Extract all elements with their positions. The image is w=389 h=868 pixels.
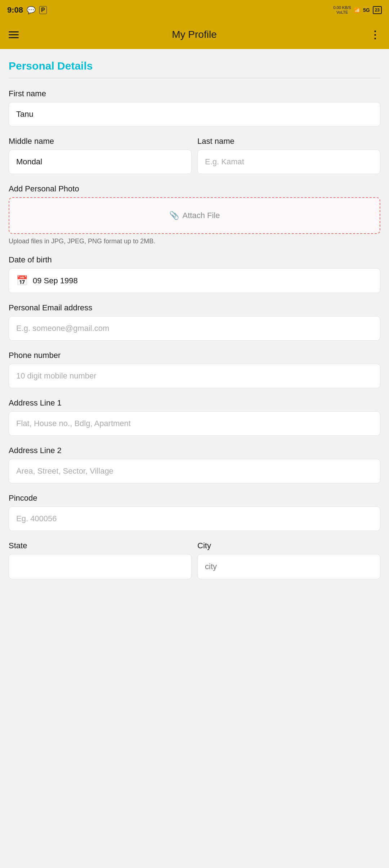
paperclip-icon: 📎 bbox=[169, 211, 179, 220]
signal-bars-icon: 📶 bbox=[354, 7, 360, 13]
battery-indicator: 23 bbox=[373, 6, 382, 14]
name-row: Middle name Last name bbox=[9, 137, 380, 184]
paytm-icon: P bbox=[39, 6, 47, 14]
phone-input[interactable] bbox=[9, 364, 380, 388]
address2-label: Address Line 2 bbox=[9, 446, 380, 455]
divider bbox=[9, 78, 380, 78]
middle-name-label: Middle name bbox=[9, 137, 192, 146]
pincode-input[interactable] bbox=[9, 506, 380, 531]
volte-label: VoLTE bbox=[333, 10, 351, 15]
attach-file-text: 📎 Attach File bbox=[17, 211, 372, 220]
photo-group: Add Personal Photo 📎 Attach File Upload … bbox=[9, 184, 380, 245]
middle-name-group: Middle name bbox=[9, 137, 192, 174]
file-upload-area[interactable]: 📎 Attach File bbox=[9, 197, 380, 234]
state-city-row: State City bbox=[9, 541, 380, 589]
email-input[interactable] bbox=[9, 316, 380, 341]
address1-input[interactable] bbox=[9, 411, 380, 436]
state-input[interactable] bbox=[9, 554, 192, 579]
dob-value: 09 Sep 1998 bbox=[33, 276, 78, 285]
city-input[interactable] bbox=[197, 554, 380, 579]
address2-input[interactable] bbox=[9, 459, 380, 483]
city-group: City bbox=[197, 541, 380, 579]
last-name-label: Last name bbox=[197, 137, 380, 146]
first-name-label: First name bbox=[9, 89, 380, 98]
network-mode: 5G bbox=[363, 7, 370, 13]
pincode-label: Pincode bbox=[9, 493, 380, 503]
app-header: My Profile ⋮ bbox=[0, 20, 389, 49]
first-name-group: First name bbox=[9, 89, 380, 127]
status-left: 9:08 💬 P bbox=[7, 5, 47, 15]
middle-name-input[interactable] bbox=[9, 150, 192, 174]
email-label: Personal Email address bbox=[9, 303, 380, 313]
photo-label: Add Personal Photo bbox=[9, 184, 380, 194]
section-title: Personal Details bbox=[9, 60, 380, 72]
whatsapp-icon: 💬 bbox=[27, 6, 36, 14]
address1-group: Address Line 1 bbox=[9, 398, 380, 436]
city-label: City bbox=[197, 541, 380, 550]
upload-hint: Upload files in JPG, JPEG, PNG format up… bbox=[9, 238, 380, 245]
more-options-button[interactable]: ⋮ bbox=[370, 29, 380, 41]
main-content: Personal Details First name Middle name … bbox=[0, 49, 389, 604]
hamburger-line-2 bbox=[9, 34, 19, 35]
first-name-input[interactable] bbox=[9, 102, 380, 127]
phone-label: Phone number bbox=[9, 351, 380, 360]
hamburger-menu-button[interactable] bbox=[9, 31, 19, 38]
address2-group: Address Line 2 bbox=[9, 446, 380, 483]
status-bar: 9:08 💬 P 0.00 KB/S VoLTE 📶 5G 23 bbox=[0, 0, 389, 20]
last-name-group: Last name bbox=[197, 137, 380, 174]
calendar-icon: 📅 bbox=[16, 275, 28, 286]
hamburger-line-1 bbox=[9, 31, 19, 32]
network-data: 0.00 KB/S VoLTE bbox=[333, 5, 351, 15]
last-name-input[interactable] bbox=[197, 150, 380, 174]
dob-input[interactable]: 📅 09 Sep 1998 bbox=[9, 268, 380, 293]
pincode-group: Pincode bbox=[9, 493, 380, 531]
attach-label: Attach File bbox=[183, 211, 220, 220]
hamburger-line-3 bbox=[9, 37, 19, 38]
email-group: Personal Email address bbox=[9, 303, 380, 341]
dob-label: Date of birth bbox=[9, 255, 380, 265]
dob-group: Date of birth 📅 09 Sep 1998 bbox=[9, 255, 380, 293]
time-display: 9:08 bbox=[7, 5, 23, 15]
page-title: My Profile bbox=[172, 29, 216, 40]
state-label: State bbox=[9, 541, 192, 550]
phone-group: Phone number bbox=[9, 351, 380, 388]
state-group: State bbox=[9, 541, 192, 579]
address1-label: Address Line 1 bbox=[9, 398, 380, 408]
status-right: 0.00 KB/S VoLTE 📶 5G 23 bbox=[333, 5, 382, 15]
